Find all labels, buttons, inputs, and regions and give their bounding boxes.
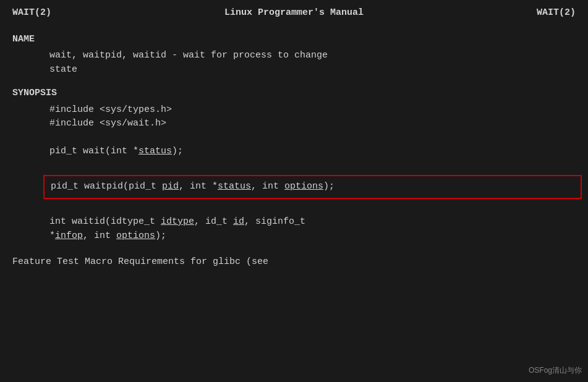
waitpid-status-param: status: [218, 181, 251, 192]
footer-content: Feature Test Macro Requirements for glib…: [12, 257, 268, 267]
name-content: wait, waitpid, waitid - wait for process…: [12, 49, 576, 77]
name-label: NAME: [12, 33, 576, 47]
waitid-idtype-param: idtype: [161, 216, 194, 227]
name-section: NAME wait, waitpid, waitid - wait for pr…: [12, 33, 576, 77]
header-center: Linux Programmer's Manual: [224, 6, 364, 20]
waitid-options-param: options: [116, 231, 155, 241]
watermark: OSFog清山与你: [529, 365, 582, 376]
synopsis-section: SYNOPSIS #include <sys/types.h> #include…: [12, 87, 576, 243]
waitpid-pid-param: pid: [162, 181, 179, 192]
waitid-signature-line1: int waitid(idtype_t idtype, id_t id, sig…: [49, 215, 576, 229]
include1: #include <sys/types.h>: [49, 103, 576, 117]
waitpid-options-param: options: [284, 181, 323, 192]
name-text-continued: state: [49, 64, 77, 75]
footer-text: Feature Test Macro Requirements for glib…: [12, 255, 576, 270]
wait-status-param: status: [138, 146, 172, 156]
waitid-infop-param: infop: [55, 231, 83, 241]
header-left: WAIT(2): [12, 6, 51, 20]
waitpid-signature: pid_t waitpid(pid_t pid, int *status, in…: [51, 181, 334, 192]
synopsis-label: SYNOPSIS: [12, 87, 576, 101]
name-text: wait, waitpid, waitid - wait for process…: [49, 50, 328, 61]
waitid-signature-line2: *infop, int options);: [49, 229, 576, 244]
synopsis-content: #include <sys/types.h> #include <sys/wai…: [12, 103, 576, 244]
wait-signature: pid_t wait(int *status);: [49, 145, 576, 159]
waitpid-highlighted-container: pid_t waitpid(pid_t pid, int *status, in…: [43, 175, 582, 199]
include2: #include <sys/wait.h>: [49, 117, 576, 131]
header-right: WAIT(2): [537, 6, 576, 20]
man-page-header: WAIT(2) Linux Programmer's Manual WAIT(2…: [12, 6, 576, 20]
waitid-id-param: id: [233, 216, 244, 227]
